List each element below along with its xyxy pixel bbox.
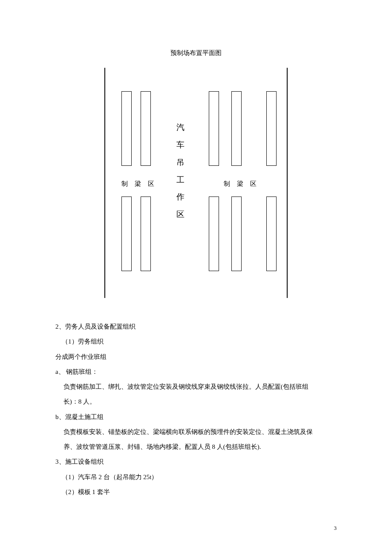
beam-slot [209, 91, 219, 166]
beam-slot [141, 91, 151, 166]
center-label-char: 汽 [174, 119, 186, 136]
diagram-title: 预制场布置平面图 [55, 49, 337, 57]
diagram-right-border [287, 68, 288, 298]
crane-work-area-label: 汽车吊工作区 [174, 119, 186, 223]
para-team-a-desc2: 长)：8 人。 [55, 394, 337, 409]
para-team-b-desc2: 养、波纹管管道压浆、封锚、场地内移梁。配置人员 8 人(包括班组长). [55, 439, 337, 454]
diagram-left-border [104, 68, 105, 298]
zone-label-right: 制 梁 区 [224, 180, 259, 188]
beam-slot [231, 91, 242, 166]
page-number: 3 [334, 525, 337, 532]
beam-slot [266, 197, 277, 271]
para-heading-2: 2、劳务人员及设备配置组织 [55, 319, 337, 334]
center-label-char: 吊 [174, 154, 186, 171]
center-label-char: 作 [174, 188, 186, 206]
para-team-a: a、 钢筋班组： [55, 364, 337, 379]
center-label-char: 车 [174, 136, 186, 154]
para-line: 分成两个作业班组 [55, 350, 337, 364]
para-equip-2: （2）模板 1 套半 [55, 485, 337, 500]
center-label-char: 区 [174, 206, 186, 223]
para-team-b-desc1: 负责模板安装、锚垫板的定位、梁端横向联系钢板的预埋件的安装定位、混凝土浇筑及保 [55, 425, 337, 439]
para-team-b: b、混凝土施工组 [55, 410, 337, 425]
para-team-a-desc1: 负责钢筋加工、绑扎、波纹管定位安装及钢绞线穿束及钢绞线张拉。人员配置(包括班组 [55, 379, 337, 394]
beam-slot [209, 197, 219, 271]
para-equip-1: （1）汽车吊 2 台（起吊能力 25t） [55, 470, 337, 485]
beam-slot [121, 91, 132, 166]
center-label-char: 工 [174, 171, 186, 189]
para-heading-3: 3、施工设备组织 [55, 454, 337, 469]
document-body: 2、劳务人员及设备配置组织 （1）劳务组织 分成两个作业班组 a、 钢筋班组： … [55, 319, 337, 500]
beam-slot [266, 91, 277, 166]
beam-slot [121, 197, 132, 271]
beam-slot [231, 197, 242, 271]
para-sub-1: （1）劳务组织 [55, 334, 337, 349]
layout-diagram: 制 梁 区 制 梁 区 汽车吊工作区 [104, 68, 288, 298]
zone-label-left: 制 梁 区 [121, 180, 157, 188]
beam-slot [141, 197, 151, 271]
